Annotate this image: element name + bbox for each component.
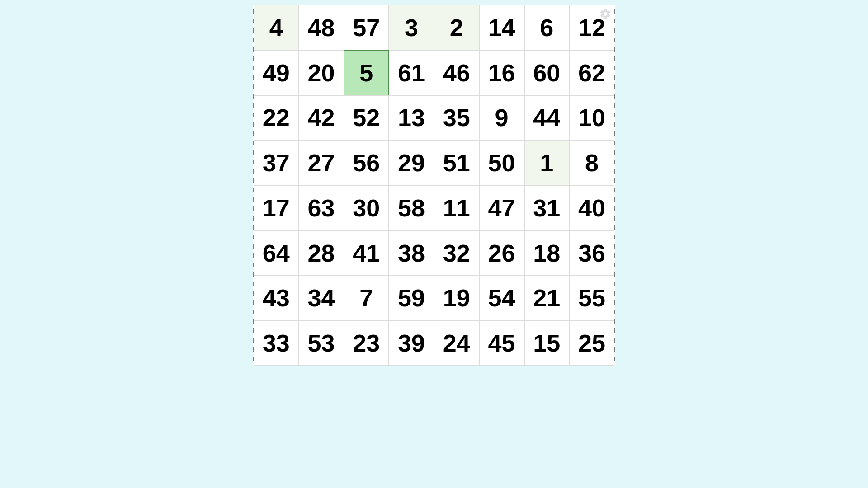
cell-58[interactable]: 58 <box>389 185 434 230</box>
cell-40[interactable]: 40 <box>569 185 614 230</box>
cell-32[interactable]: 32 <box>434 230 479 276</box>
cell-31[interactable]: 31 <box>524 185 570 230</box>
cell-6[interactable]: 6 <box>524 5 570 50</box>
cell-19[interactable]: 19 <box>434 276 479 321</box>
cell-4[interactable]: 4 <box>254 5 299 50</box>
cell-48[interactable]: 48 <box>299 5 344 50</box>
cell-36[interactable]: 36 <box>569 230 614 276</box>
game-stage: 4485732146124920561461660622242521335944… <box>0 0 868 488</box>
cell-26[interactable]: 26 <box>479 230 524 276</box>
cell-51[interactable]: 51 <box>434 140 479 185</box>
cell-23[interactable]: 23 <box>344 320 389 366</box>
cell-11[interactable]: 11 <box>434 185 479 230</box>
cell-2[interactable]: 2 <box>434 5 479 50</box>
cell-42[interactable]: 42 <box>299 95 344 141</box>
cell-5[interactable]: 5 <box>344 50 389 95</box>
cell-64[interactable]: 64 <box>254 230 299 276</box>
cell-9[interactable]: 9 <box>479 95 524 141</box>
cell-24[interactable]: 24 <box>434 320 479 366</box>
cell-47[interactable]: 47 <box>479 185 524 230</box>
cell-43[interactable]: 43 <box>254 276 299 321</box>
cell-10[interactable]: 10 <box>569 95 614 141</box>
cell-53[interactable]: 53 <box>299 320 344 366</box>
cell-57[interactable]: 57 <box>344 5 389 50</box>
cell-62[interactable]: 62 <box>569 50 614 95</box>
cell-29[interactable]: 29 <box>389 140 434 185</box>
cell-8[interactable]: 8 <box>569 140 614 185</box>
cell-27[interactable]: 27 <box>299 140 344 185</box>
cell-44[interactable]: 44 <box>524 95 570 141</box>
cell-52[interactable]: 52 <box>344 95 389 141</box>
cell-18[interactable]: 18 <box>524 230 570 276</box>
cell-15[interactable]: 15 <box>524 320 570 366</box>
cell-30[interactable]: 30 <box>344 185 389 230</box>
cell-38[interactable]: 38 <box>389 230 434 276</box>
cell-7[interactable]: 7 <box>344 276 389 321</box>
cell-61[interactable]: 61 <box>389 50 434 95</box>
cell-59[interactable]: 59 <box>389 276 434 321</box>
cell-37[interactable]: 37 <box>254 140 299 185</box>
cell-28[interactable]: 28 <box>299 230 344 276</box>
cell-22[interactable]: 22 <box>254 95 299 141</box>
cell-63[interactable]: 63 <box>299 185 344 230</box>
cell-60[interactable]: 60 <box>524 50 570 95</box>
cell-13[interactable]: 13 <box>389 95 434 141</box>
cell-45[interactable]: 45 <box>479 320 524 366</box>
cell-54[interactable]: 54 <box>479 276 524 321</box>
cell-17[interactable]: 17 <box>254 185 299 230</box>
cell-39[interactable]: 39 <box>389 320 434 366</box>
cell-33[interactable]: 33 <box>254 320 299 366</box>
cell-14[interactable]: 14 <box>479 5 524 50</box>
cell-56[interactable]: 56 <box>344 140 389 185</box>
cell-1[interactable]: 1 <box>524 140 570 185</box>
gear-icon[interactable] <box>599 8 612 20</box>
cell-16[interactable]: 16 <box>479 50 524 95</box>
cell-34[interactable]: 34 <box>299 276 344 321</box>
cell-46[interactable]: 46 <box>434 50 479 95</box>
cell-50[interactable]: 50 <box>479 140 524 185</box>
cell-21[interactable]: 21 <box>524 276 570 321</box>
cell-25[interactable]: 25 <box>569 320 614 366</box>
cell-41[interactable]: 41 <box>344 230 389 276</box>
cell-3[interactable]: 3 <box>389 5 434 50</box>
schulte-board: 4485732146124920561461660622242521335944… <box>253 5 615 366</box>
cell-35[interactable]: 35 <box>434 95 479 141</box>
cell-49[interactable]: 49 <box>254 50 299 95</box>
cell-55[interactable]: 55 <box>569 276 614 321</box>
cell-20[interactable]: 20 <box>299 50 344 95</box>
